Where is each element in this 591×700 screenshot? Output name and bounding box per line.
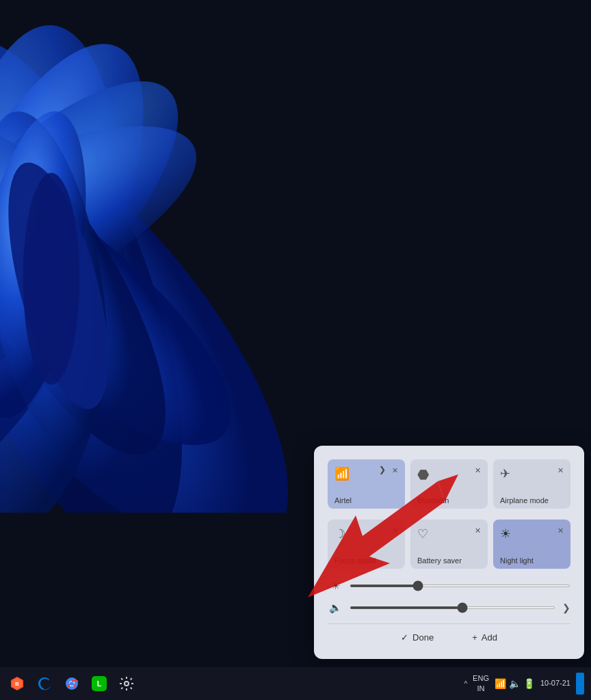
qs-tile-night-light[interactable]: ☀ ✕ Night light [493,520,570,569]
airplane-label: Airplane mode [500,496,564,504]
add-button[interactable]: + Add [467,630,503,645]
svg-text:B: B [15,681,19,687]
qs-tile-bluetooth[interactable]: ⬣ ✕ Bluetooth [410,459,488,509]
wifi-icon: 📶 [334,466,350,481]
qs-tile-focus[interactable]: ☽ ✕ Focus assist [328,520,405,569]
desktop: 📶 ❯ ✕ Airtel ⬣ ✕ Bluetooth ✈ ✕ [0,0,591,700]
qs-tile-wifi[interactable]: 📶 ❯ ✕ Airtel [328,459,405,509]
tray-battery-icon[interactable]: 🔋 [523,678,535,689]
tray-wifi-icon[interactable]: 📶 [495,678,506,689]
airplane-icon: ✈ [500,466,510,481]
bluetooth-label: Bluetooth [417,496,481,504]
taskbar-line-icon[interactable]: L [89,673,109,694]
qs-tile-airplane[interactable]: ✈ ✕ Airplane mode [493,459,570,509]
wifi-label: Airtel [334,496,398,504]
notification-indicator[interactable] [576,673,584,695]
night-light-icon: ☀ [500,526,511,541]
add-label: Add [482,632,497,643]
volume-expand-arrow[interactable]: ❯ [562,602,570,613]
airplane-pin-icon[interactable]: ✕ [557,466,564,475]
volume-icon: 🔈 [328,602,343,614]
done-label: Done [412,632,434,643]
brightness-icon: ☀ [328,580,343,592]
taskbar-chrome-icon[interactable] [62,673,82,694]
focus-icon: ☽ [334,526,345,541]
night-light-label: Night light [500,556,564,565]
done-button[interactable]: ✓ Done [395,630,439,645]
svg-point-17 [70,682,74,686]
brightness-slider[interactable] [350,584,570,587]
datetime-display[interactable]: 10-07-21 [540,678,570,688]
battery-saver-pin-icon[interactable]: ✕ [475,526,481,535]
svg-point-11 [23,173,80,385]
taskbar: B [0,667,591,700]
tray-volume-icon[interactable]: 🔈 [509,678,521,689]
tray-icons: 📶 🔈 🔋 [495,678,535,689]
svg-point-20 [124,682,129,686]
taskbar-edge-icon[interactable] [34,673,55,694]
night-light-pin-icon[interactable]: ✕ [557,526,564,535]
quick-settings-panel: 📶 ❯ ✕ Airtel ⬣ ✕ Bluetooth ✈ ✕ [314,446,584,659]
focus-label: Focus assist [334,556,398,565]
taskbar-settings-icon[interactable] [116,673,137,694]
wifi-expand-icon[interactable]: ❯ [379,465,386,474]
brightness-slider-row: ☀ [328,580,570,592]
qs-tiles-row2: ☽ ✕ Focus assist ♡ ✕ Battery saver ☀ ✕ [328,520,570,569]
bluetooth-icon: ⬣ [417,466,429,483]
wallpaper [0,0,369,513]
lang-line1: ENG [473,673,489,684]
wifi-pin-icon[interactable]: ✕ [392,466,398,475]
qs-tiles-row1: 📶 ❯ ✕ Airtel ⬣ ✕ Bluetooth ✈ ✕ [328,459,570,509]
add-plus-icon: + [472,632,477,643]
taskbar-right: ^ ENG IN 📶 🔈 🔋 10-07-21 [464,673,584,695]
svg-text:L: L [97,679,102,688]
volume-slider[interactable] [350,606,555,609]
qs-footer: ✓ Done + Add [328,623,570,645]
qs-tile-battery-saver[interactable]: ♡ ✕ Battery saver [410,520,488,569]
sys-tray-chevron[interactable]: ^ [464,680,467,688]
lang-line2: IN [473,684,489,694]
date-display: 10-07-21 [540,678,570,688]
volume-slider-row: 🔈 ❯ [328,602,570,614]
bluetooth-pin-icon[interactable]: ✕ [475,466,481,475]
done-check-icon: ✓ [401,632,408,643]
battery-saver-icon: ♡ [417,526,428,541]
taskbar-app-icons: B [7,673,137,694]
focus-pin-icon[interactable]: ✕ [392,526,398,535]
language-indicator: ENG IN [473,673,489,695]
taskbar-brave-icon[interactable]: B [7,673,27,694]
battery-saver-label: Battery saver [417,556,481,565]
